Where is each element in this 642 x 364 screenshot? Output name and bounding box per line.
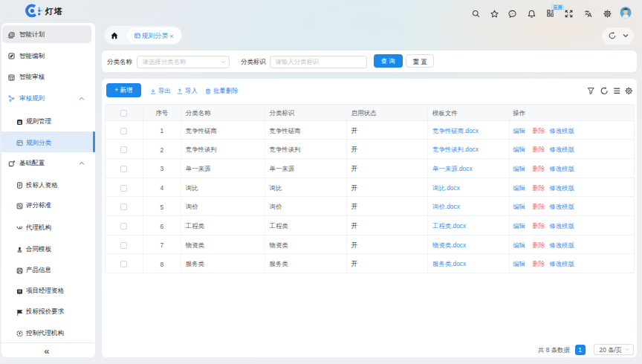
svg-text:B: B <box>18 120 21 124</box>
